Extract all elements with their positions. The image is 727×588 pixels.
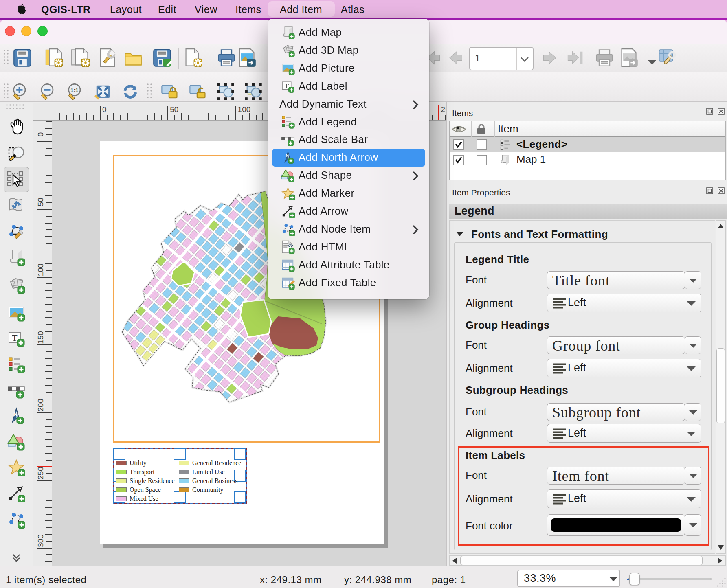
svg-text:1:1: 1:1 [70, 87, 78, 93]
svg-text:N: N [13, 411, 17, 417]
svg-text:T: T [285, 82, 289, 90]
svg-text:N: N [286, 154, 289, 158]
svg-text:T: T [12, 333, 18, 343]
svg-text:</>: </> [287, 244, 293, 248]
